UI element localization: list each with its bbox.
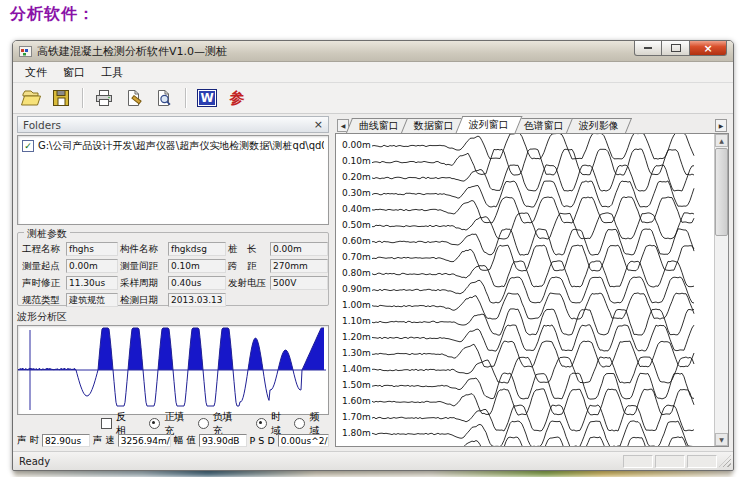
depth-label: 0.70m [342, 252, 371, 262]
psd-label: P S D [250, 435, 275, 446]
param-label: 测量间距 [120, 260, 166, 273]
param-label: 发射电压 [228, 277, 268, 290]
param-value: fhghs [66, 242, 118, 256]
menu-item[interactable]: 文件 [17, 63, 55, 82]
psd-value[interactable]: 0.00us^2/m [278, 434, 329, 447]
window-title: 高铁建混凝土检测分析软件V1.0—测桩 [37, 44, 629, 59]
depth-label: 0.10m [342, 156, 371, 166]
depth-label: 0.50m [342, 220, 371, 230]
sound-speed-value[interactable]: 3256.94m/s [118, 434, 171, 447]
save-button[interactable] [49, 86, 73, 110]
app-window: 高铁建混凝土检测分析软件V1.0—测桩 × 文件窗口工具 W [12, 40, 734, 471]
folders-close-button[interactable]: × [314, 119, 323, 130]
window-titlebar[interactable]: 高铁建混凝土检测分析软件V1.0—测桩 × [13, 41, 733, 62]
invert-checkbox[interactable] [101, 418, 112, 429]
pile-params-title: 测桩参数 [24, 227, 70, 241]
print-button[interactable] [92, 86, 116, 110]
toolbar: W 参 [13, 83, 733, 114]
menu-item[interactable]: 工具 [93, 63, 131, 82]
param-value: 0.00m [66, 259, 118, 273]
sound-speed-label: 声 速 [93, 434, 115, 447]
save-icon [50, 87, 72, 109]
tab-label: 波列影像 [579, 119, 619, 133]
scroll-up-button[interactable]: ▲ [715, 134, 728, 147]
minimize-icon [644, 47, 652, 49]
tab-label: 数据窗口 [414, 119, 454, 133]
depth-label: 0.90m [342, 284, 371, 294]
page-tool-icon [123, 87, 145, 109]
param-label: 工程名称 [22, 243, 64, 256]
menu-item[interactable]: 窗口 [55, 63, 93, 82]
depth-label: 0.80m [342, 268, 371, 278]
fill-negative-radio[interactable] [198, 418, 209, 429]
maximize-icon [671, 44, 681, 52]
sound-time-value[interactable]: 82.90us [42, 434, 90, 447]
folder-path: G:\公司产品设计开发\超声仪器\超声仪实地检测数据\测桩qd\qd03\qd0… [38, 139, 324, 153]
time-domain-radio[interactable] [256, 418, 267, 429]
depth-label: 1.60m [342, 396, 371, 406]
window-controls: × [634, 41, 727, 56]
param-value: 0.00m [270, 242, 328, 256]
depth-label: 1.20m [342, 332, 371, 342]
sound-time-label: 声 时 [17, 434, 39, 447]
tab[interactable]: 波列影像 [566, 118, 632, 133]
status-indicator [655, 455, 685, 468]
edit-tool-button[interactable] [122, 86, 146, 110]
status-text: Ready [13, 456, 623, 467]
minimize-button[interactable] [634, 41, 662, 56]
wave-list-area: ▲ ▼ 0.00m0.10m0.20m0.30m0.40m0.50m0.60m0… [335, 133, 729, 447]
left-panel: Folders × ✓ G:\公司产品设计开发\超声仪器\超声仪实地检测数据\测… [17, 116, 329, 449]
analysis-waveform [18, 326, 326, 414]
param-label: 检测日期 [120, 294, 166, 307]
status-bar: Ready [13, 451, 733, 470]
depth-label: 0.00m [342, 140, 371, 150]
right-panel: ◀ 曲线窗口数据窗口波列窗口色谱窗口波列影像 ▶ ▲ ▼ 0.00m0.10m0… [335, 116, 729, 449]
depth-label: 1.00m [342, 300, 371, 310]
close-button[interactable]: × [689, 41, 727, 56]
client-area: Folders × ✓ G:\公司产品设计开发\超声仪器\超声仪实地检测数据\测… [13, 114, 733, 451]
scroll-down-button[interactable]: ▼ [715, 433, 728, 446]
scrollbar-thumb[interactable] [715, 148, 728, 236]
printer-icon [93, 87, 115, 109]
param-label: 测量起点 [22, 260, 64, 273]
param-value: 270mm [270, 259, 328, 273]
depth-label: 1.50m [342, 380, 371, 390]
wave-analysis-plot [17, 325, 329, 415]
toolbar-separator [185, 88, 186, 108]
amplitude-value[interactable]: 93.90dB [199, 434, 247, 447]
depth-label: 0.30m [342, 188, 371, 198]
resize-grip[interactable] [719, 455, 731, 467]
param-button[interactable]: 参 [225, 86, 249, 110]
word-export-button[interactable]: W [195, 86, 219, 110]
open-folder-icon [20, 87, 42, 109]
toolbar-separator [82, 88, 83, 108]
page-magnifier-icon [153, 87, 175, 109]
param-label: 桩 长 [228, 243, 268, 256]
fill-positive-radio[interactable] [149, 418, 160, 429]
page-heading: 分析软件： [10, 4, 95, 25]
vertical-scrollbar[interactable]: ▲ ▼ [714, 134, 728, 446]
folder-checkbox[interactable]: ✓ [22, 140, 34, 152]
freq-domain-radio[interactable] [294, 418, 305, 429]
tab-label: 波列窗口 [469, 118, 509, 132]
tab-scroll-right-button[interactable]: ▶ [715, 119, 727, 132]
param-label: 声时修正 [22, 277, 64, 290]
tab[interactable]: 波列窗口 [456, 116, 523, 133]
maximize-button[interactable] [662, 41, 689, 56]
wave-traces [336, 134, 712, 446]
tab-strip: ◀ 曲线窗口数据窗口波列窗口色谱窗口波列影像 ▶ [335, 116, 729, 133]
print-preview-button[interactable] [152, 86, 176, 110]
open-file-button[interactable] [19, 86, 43, 110]
depth-label: 1.10m [342, 316, 371, 326]
param-value: 建筑规范 [66, 293, 118, 307]
depth-label: 1.30m [342, 348, 371, 358]
depth-label: 1.40m [342, 364, 371, 374]
amplitude-label: 幅 值 [174, 434, 196, 447]
folder-tree-item[interactable]: ✓ G:\公司产品设计开发\超声仪器\超声仪实地检测数据\测桩qd\qd03\q… [22, 139, 324, 153]
depth-label: 1.70m [342, 412, 371, 422]
app-icon [19, 45, 32, 58]
folders-panel-header: Folders × [17, 116, 329, 133]
param-char-icon: 参 [230, 89, 245, 108]
folder-tree: ✓ G:\公司产品设计开发\超声仪器\超声仪实地检测数据\测桩qd\qd03\q… [17, 135, 329, 225]
wave-readouts: 声 时 82.90us 声 速 3256.94m/s 幅 值 93.90dB P… [17, 433, 329, 447]
